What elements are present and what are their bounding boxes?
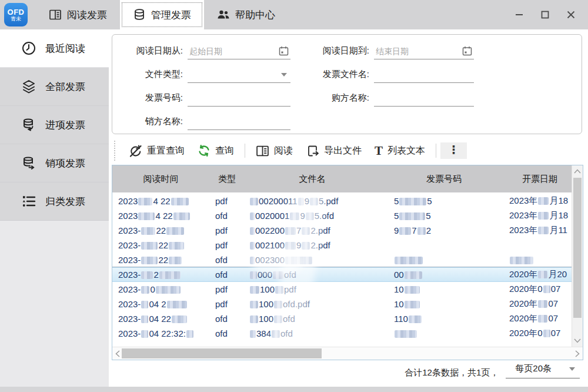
chevron-down-icon <box>569 367 575 371</box>
file-name-input[interactable] <box>374 68 474 82</box>
table-row[interactable]: 2023-04 22ofd100ofd1102020年07 <box>112 311 572 326</box>
scroll-down-icon[interactable] <box>572 335 583 347</box>
redacted-mosaic <box>250 242 255 250</box>
redacted-mosaic <box>141 330 148 338</box>
tab-help-center[interactable]: 帮助中心 <box>204 0 288 29</box>
table-cell: 2020年月20 <box>508 269 572 280</box>
sidebar-item-recent-reads[interactable]: 最近阅读 <box>0 29 109 68</box>
table-cell: 000ofd <box>245 270 380 280</box>
page-size-select[interactable]: 每页20条 <box>506 363 580 378</box>
redacted-mosaic <box>302 242 310 250</box>
invoice-table: 阅读时间 类型 文件名 发票号码 开票日期 20234 22pdf0020001… <box>112 165 583 360</box>
toolbar-button-label: 列表文本 <box>387 145 425 157</box>
horizontal-scrollbar[interactable] <box>112 347 583 360</box>
table-row[interactable]: 20234 22pdf0020001195.pdf552023年月18 <box>112 194 572 208</box>
table-row[interactable]: 2023-0pdf100pdf102020年007 <box>112 282 572 297</box>
tab-manage-invoice[interactable]: 管理发票 <box>120 0 204 29</box>
redacted-mosaic <box>409 315 422 323</box>
redacted-mosaic <box>538 300 547 308</box>
column-header-type[interactable]: 类型 <box>209 165 245 192</box>
refresh-icon <box>198 144 211 157</box>
table-cell: 2023年月18 <box>508 195 572 207</box>
table-cell: 00 <box>380 270 508 280</box>
close-button[interactable] <box>560 2 582 27</box>
calendar-icon[interactable] <box>462 46 472 56</box>
redacted-mosaic <box>310 198 318 205</box>
redacted-mosaic <box>273 271 283 279</box>
redacted-mosaic <box>141 301 148 308</box>
date-to-input[interactable] <box>374 44 474 58</box>
table-cell: ofd <box>209 270 245 280</box>
table-row[interactable]: 2023-04 2pdf100ofd.pdf102020年07 <box>112 297 572 311</box>
layers-icon <box>21 79 36 94</box>
sidebar-item-classified-invoices[interactable]: 归类发票 <box>0 182 109 221</box>
redacted-mosaic <box>538 212 549 220</box>
reset-query-button[interactable]: 重置查询 <box>122 141 191 161</box>
date-from-input[interactable] <box>188 44 290 58</box>
table-row[interactable]: 2023-22pdf00220072.pdf9722023年月11 <box>112 223 572 238</box>
scroll-right-icon[interactable] <box>572 347 583 360</box>
database-icon <box>133 8 146 21</box>
main-tabs: 阅读发票 管理发票 帮 <box>36 0 288 29</box>
column-header-read-time[interactable]: 阅读时间 <box>112 165 209 192</box>
column-header-invoice-date[interactable]: 开票日期 <box>508 165 572 192</box>
column-header-invoice-no[interactable]: 发票号码 <box>380 165 508 192</box>
sidebar-item-output-invoices[interactable]: 销项发票 <box>0 144 109 182</box>
table-row[interactable]: 2023-22pdf00210092.pdf <box>112 238 572 253</box>
table-cell: 100ofd <box>245 314 380 324</box>
seller-input[interactable] <box>188 115 290 129</box>
table-cell: 2020年007 <box>508 328 572 339</box>
vertical-scroll-thumb[interactable] <box>573 178 582 318</box>
sidebar-item-input-invoices[interactable]: 进项发票 <box>0 106 109 144</box>
buyer-input[interactable] <box>374 91 474 105</box>
file-type-select[interactable] <box>188 67 290 83</box>
horizontal-scroll-thumb[interactable] <box>122 348 322 358</box>
read-button[interactable]: 阅读 <box>249 141 299 161</box>
table-row[interactable]: 2023-04 22:32:ofd384ofd2020年007 <box>112 326 572 341</box>
table-cell: 00220072.pdf <box>245 225 380 235</box>
file-type-label: 文件类型: <box>112 69 188 83</box>
redacted-mosaic <box>186 330 193 338</box>
text-icon: T <box>375 145 383 157</box>
table-cell: 002300 <box>245 255 380 265</box>
table-cell <box>508 255 572 265</box>
export-file-button[interactable]: 导出文件 <box>299 141 368 161</box>
sidebar-item-all-invoices[interactable]: 全部发票 <box>0 68 109 106</box>
table-cell: 2023-0 <box>112 284 209 294</box>
redacted-mosaic <box>250 301 258 308</box>
vertical-scrollbar[interactable] <box>572 165 583 347</box>
minimize-button[interactable] <box>508 2 530 27</box>
invoice-no-label: 发票号码: <box>112 92 188 107</box>
tab-read-invoice[interactable]: 阅读发票 <box>36 0 120 29</box>
query-button[interactable]: 查询 <box>191 141 240 161</box>
table-cell: 2020年07 <box>508 313 572 324</box>
scroll-up-icon[interactable] <box>572 165 583 177</box>
table-cell: 2023年月11 <box>508 225 572 236</box>
table-row[interactable]: 20234 22ofd002000195.ofd552023年月18 <box>112 208 572 223</box>
table-cell: 10 <box>380 299 508 309</box>
tab-label: 阅读发票 <box>67 8 107 22</box>
window-controls <box>508 2 582 27</box>
redacted-mosaic <box>141 242 158 250</box>
toolbar-button-label: 阅读 <box>274 145 293 157</box>
redacted-mosaic <box>395 330 417 338</box>
column-header-file-name[interactable]: 文件名 <box>245 165 380 192</box>
redacted-mosaic <box>399 227 411 235</box>
calendar-icon[interactable] <box>279 46 289 56</box>
redacted-mosaic <box>302 227 310 235</box>
table-body: 20234 22pdf0020001195.pdf552023年月1820234… <box>112 192 572 347</box>
more-options-button[interactable]: ⋮ <box>440 142 467 159</box>
maximize-button[interactable] <box>534 2 556 27</box>
sidebar: 最近阅读 全部发票 进项发票 <box>0 29 109 387</box>
redacted-mosaic <box>141 227 155 235</box>
invoice-no-input[interactable] <box>188 91 290 105</box>
toolbar-grip[interactable] <box>114 141 115 161</box>
list-text-button[interactable]: T 列表文本 <box>368 141 432 161</box>
table-cell: 110 <box>380 314 508 324</box>
table-row[interactable]: 2023-22ofd002300 <box>112 253 572 267</box>
table-cell: ofd <box>209 211 245 221</box>
table-row[interactable]: 2023-2ofd000ofd002020年月20 <box>112 267 572 282</box>
redacted-mosaic <box>417 227 426 235</box>
toolbar-divider <box>436 144 436 158</box>
redacted-mosaic <box>543 330 550 337</box>
